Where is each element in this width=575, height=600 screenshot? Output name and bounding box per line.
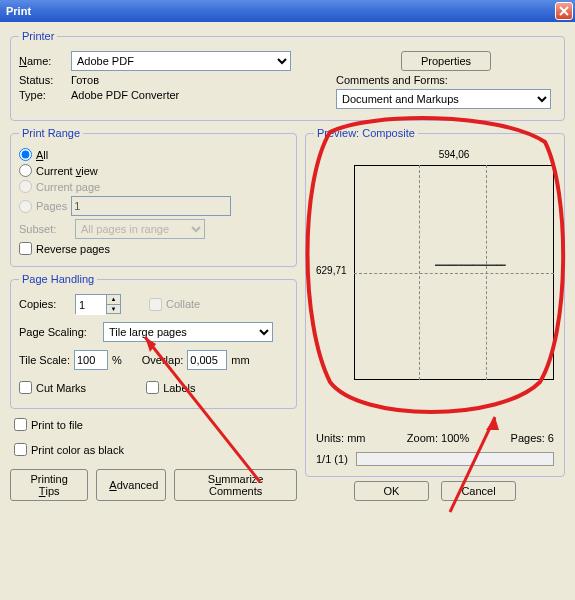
spinner-up-icon[interactable]: ▲ [106, 295, 120, 305]
range-pages-radio [19, 200, 32, 213]
print-range-fieldset: Print Range All Current view Current pag… [10, 127, 297, 267]
page-scaling-select[interactable]: Tile large pages [103, 322, 273, 342]
range-currentview-label: Current view [36, 165, 98, 177]
advanced-button[interactable]: Advanced [96, 469, 166, 501]
range-pages-input [71, 196, 231, 216]
subset-label: Subset: [19, 223, 71, 235]
range-all-radio[interactable] [19, 148, 32, 161]
comments-forms-select[interactable]: Document and Markups [336, 89, 551, 109]
percent-label: % [112, 354, 122, 366]
status-value: Готов [71, 74, 99, 86]
reverse-pages-checkbox[interactable] [19, 242, 32, 255]
range-legend: Print Range [19, 127, 83, 139]
printer-fieldset: Printer NName:ame: Adobe PDF Status: Гот… [10, 30, 565, 121]
range-currentview-radio[interactable] [19, 164, 32, 177]
preview-height-dim: 629,71 [316, 265, 347, 276]
pages-label: Pages: 6 [511, 432, 554, 444]
print-color-black-label: Print color as black [31, 444, 124, 456]
name-label: NName:ame: [19, 55, 67, 67]
overlap-label: Overlap: [142, 354, 184, 366]
close-icon [559, 6, 569, 16]
scaling-label: Page Scaling: [19, 326, 99, 338]
cancel-button[interactable]: Cancel [441, 481, 516, 501]
summarize-comments-button[interactable]: Summarize Comments [174, 469, 297, 501]
labels-label: Labels [163, 382, 195, 394]
mm-label: mm [231, 354, 249, 366]
units-label: Units: mm [316, 432, 366, 444]
preview-area: 594,06 629,71 ▬▬▬▬▬▬▬▬▬▬▬▬▬▬▬ [314, 145, 556, 426]
range-pages-label: Pages [36, 200, 67, 212]
copies-input[interactable] [76, 295, 106, 315]
copies-spinner[interactable]: ▲▼ [75, 294, 121, 314]
spinner-down-icon[interactable]: ▼ [106, 305, 120, 314]
page-indicator: 1/1 (1) [316, 453, 348, 465]
title-bar: Print [0, 0, 575, 22]
print-to-file-checkbox[interactable] [14, 418, 27, 431]
handling-legend: Page Handling [19, 273, 97, 285]
printer-name-select[interactable]: Adobe PDF [71, 51, 291, 71]
page-handling-fieldset: Page Handling Copies: ▲▼ Collate Page Sc… [10, 273, 297, 409]
labels-checkbox[interactable] [146, 381, 159, 394]
type-label: Type: [19, 89, 67, 101]
tile-line [354, 273, 554, 274]
cutmarks-label: Cut Marks [36, 382, 86, 394]
close-button[interactable] [555, 2, 573, 20]
properties-button[interactable]: Properties [401, 51, 491, 71]
tile-scale-label: Tile Scale: [19, 354, 70, 366]
preview-fieldset: Preview: Composite 594,06 629,71 ▬▬▬▬▬▬▬… [305, 127, 565, 477]
copies-label: Copies: [19, 298, 71, 310]
subset-select: All pages in range [75, 219, 205, 239]
printing-tips-button[interactable]: Printing Tips [10, 469, 88, 501]
collate-label: Collate [166, 298, 200, 310]
reverse-pages-label: Reverse pages [36, 243, 110, 255]
range-all-label: All [36, 149, 48, 161]
status-label: Status: [19, 74, 67, 86]
print-dialog: Printer NName:ame: Adobe PDF Status: Гот… [0, 22, 575, 598]
print-color-black-checkbox[interactable] [14, 443, 27, 456]
printer-legend: Printer [19, 30, 57, 42]
preview-width-dim: 594,06 [354, 149, 554, 160]
window-title: Print [6, 5, 31, 17]
preview-content: ▬▬▬▬▬▬▬▬▬▬▬▬▬▬▬ [435, 261, 555, 267]
ok-button[interactable]: OK [354, 481, 429, 501]
collate-checkbox [149, 298, 162, 311]
type-value: Adobe PDF Converter [71, 89, 179, 101]
cutmarks-checkbox[interactable] [19, 381, 32, 394]
overlap-input[interactable] [187, 350, 227, 370]
range-currentpage-label: Current page [36, 181, 100, 193]
tile-scale-input[interactable] [74, 350, 108, 370]
preview-legend: Preview: Composite [314, 127, 418, 139]
comments-label: Comments and Forms: [336, 74, 448, 86]
page-slider[interactable] [356, 452, 554, 466]
print-to-file-label: Print to file [31, 419, 83, 431]
zoom-label: Zoom: 100% [407, 432, 469, 444]
range-currentpage-radio [19, 180, 32, 193]
